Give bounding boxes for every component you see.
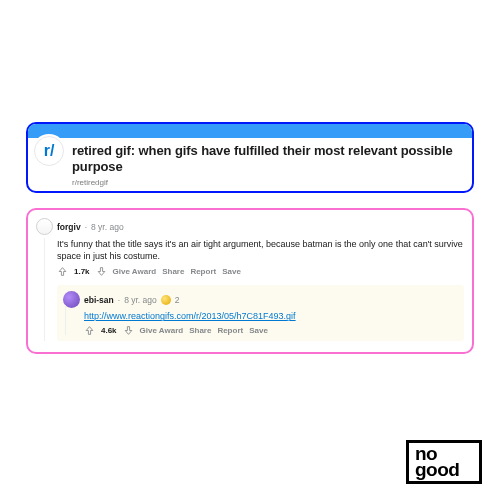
downvote-icon[interactable] bbox=[96, 266, 107, 277]
reply-link[interactable]: http://www.reactiongifs.com/r/2013/05/h7… bbox=[84, 311, 296, 321]
subreddit-icon-glyph: r/ bbox=[44, 143, 55, 159]
subreddit-header-body: r/ retired gif: when gifs have fulfilled… bbox=[28, 138, 472, 191]
give-award-button[interactable]: Give Award bbox=[113, 267, 157, 276]
reply-header: ebi-san 8 yr. ago 2 bbox=[63, 291, 458, 308]
comment-body: It's funny that the title says it's an a… bbox=[36, 238, 464, 262]
gold-count: 2 bbox=[175, 295, 180, 305]
subreddit-link[interactable]: r/retiredgif bbox=[72, 178, 462, 187]
report-button[interactable]: Report bbox=[217, 326, 243, 335]
thread-line bbox=[44, 238, 45, 341]
comment-age: 8 yr. ago bbox=[91, 222, 124, 232]
comment-header: forgiv 8 yr. ago bbox=[36, 218, 464, 235]
nogood-logo: no good bbox=[406, 440, 482, 484]
subreddit-icon[interactable]: r/ bbox=[34, 136, 64, 166]
gold-award-icon bbox=[161, 295, 171, 305]
give-award-button[interactable]: Give Award bbox=[140, 326, 184, 335]
upvote-icon[interactable] bbox=[57, 266, 68, 277]
upvote-icon[interactable] bbox=[84, 325, 95, 336]
reply-actions: 4.6k Give Award Share Report Save bbox=[63, 325, 458, 336]
comment: forgiv 8 yr. ago It's funny that the tit… bbox=[36, 218, 464, 341]
comments-card: forgiv 8 yr. ago It's funny that the tit… bbox=[26, 208, 474, 354]
reply-score: 4.6k bbox=[101, 326, 117, 335]
logo-line2: good bbox=[415, 462, 479, 478]
comment-actions: 1.7k Give Award Share Report Save bbox=[36, 266, 464, 277]
reply-author[interactable]: ebi-san bbox=[84, 295, 114, 305]
thread-line bbox=[65, 305, 66, 335]
share-button[interactable]: Share bbox=[189, 326, 211, 335]
reply: ebi-san 8 yr. ago 2 http://www.reactiong… bbox=[57, 285, 464, 341]
comment-author[interactable]: forgiv bbox=[57, 222, 81, 232]
downvote-icon[interactable] bbox=[123, 325, 134, 336]
reply-age: 8 yr. ago bbox=[124, 295, 157, 305]
subreddit-title: retired gif: when gifs have fulfilled th… bbox=[72, 143, 462, 176]
subreddit-banner bbox=[28, 124, 472, 138]
avatar-icon[interactable] bbox=[36, 218, 53, 235]
dot-separator bbox=[85, 222, 87, 232]
subreddit-header-text: retired gif: when gifs have fulfilled th… bbox=[64, 142, 462, 187]
dot-separator bbox=[118, 295, 120, 305]
save-button[interactable]: Save bbox=[249, 326, 268, 335]
share-button[interactable]: Share bbox=[162, 267, 184, 276]
subreddit-header-card: r/ retired gif: when gifs have fulfilled… bbox=[26, 122, 474, 193]
reply-body: http://www.reactiongifs.com/r/2013/05/h7… bbox=[63, 310, 458, 322]
report-button[interactable]: Report bbox=[190, 267, 216, 276]
comment-score: 1.7k bbox=[74, 267, 90, 276]
save-button[interactable]: Save bbox=[222, 267, 241, 276]
